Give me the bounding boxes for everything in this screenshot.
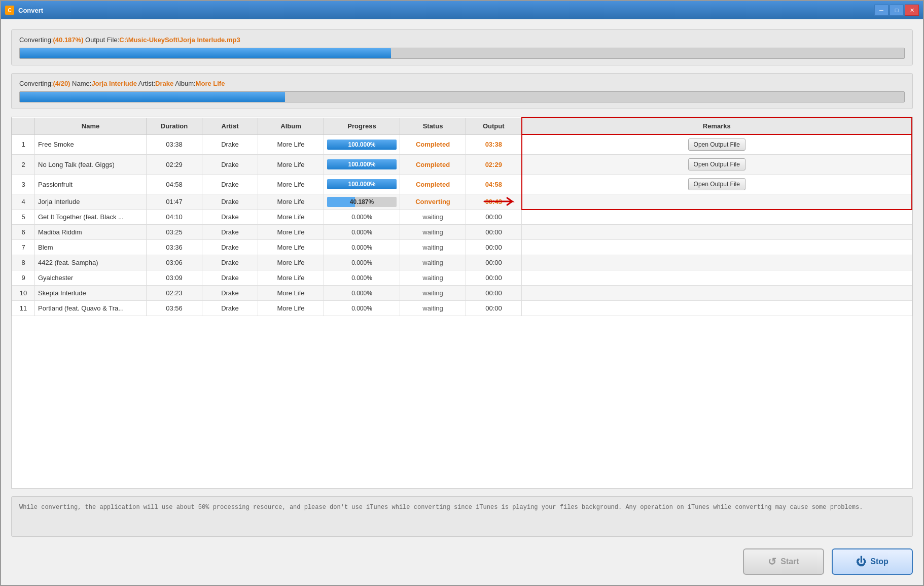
cell-album: More Life (258, 240, 324, 255)
file-percent: (40.187%) (53, 36, 83, 44)
cell-artist: Drake (202, 194, 258, 210)
cell-album: More Life (258, 155, 324, 175)
window-title: Convert (18, 7, 874, 14)
cell-artist: Drake (202, 225, 258, 240)
window-controls: ─ □ ✕ (874, 5, 919, 16)
col-header-duration: Duration (147, 118, 202, 134)
cell-progress: 0.000% (324, 255, 400, 270)
cell-name: Passionfruit (35, 175, 147, 194)
track-table: Name Duration Artist Album Progress Stat… (12, 117, 912, 316)
cell-duration: 03:36 (147, 240, 202, 255)
open-output-file-button[interactable]: Open Output File (688, 158, 745, 170)
cell-remarks: Open Output File (522, 155, 912, 175)
col-header-output: Output (466, 118, 522, 134)
cell-output: 02:29 (466, 155, 522, 175)
file-progress-bar-container (19, 48, 905, 59)
cell-name: Gyalchester (35, 270, 147, 286)
table-row: 2No Long Talk (feat. Giggs)02:29DrakeMor… (12, 155, 912, 175)
cell-remarks (522, 194, 912, 210)
cell-status: waiting (400, 210, 466, 225)
track-album-label: Album: (175, 80, 195, 87)
track-artist: Drake (155, 80, 173, 87)
cell-status: Completed (400, 155, 466, 175)
converting-label: Converting: (19, 36, 53, 44)
cell-duration: 03:09 (147, 270, 202, 286)
stop-icon: ⏻ (856, 556, 866, 568)
cell-duration: 03:25 (147, 225, 202, 240)
start-button[interactable]: ↺ Start (743, 548, 824, 575)
cell-remarks (522, 225, 912, 240)
table-row: 7Blem03:36DrakeMore Life0.000%waiting00:… (12, 240, 912, 255)
start-icon: ↺ (768, 556, 776, 568)
bottom-bar: ↺ Start ⏻ Stop (11, 544, 913, 575)
cell-progress: 40.187% (324, 194, 400, 210)
track-position: (4/20) (53, 80, 70, 87)
cell-num: 8 (12, 255, 35, 270)
cell-num: 11 (12, 301, 35, 316)
cell-output: 03:38 (466, 134, 522, 155)
title-bar: C Convert ─ □ ✕ (1, 1, 923, 19)
cell-duration: 04:58 (147, 175, 202, 194)
col-header-remarks: Remarks (522, 118, 912, 134)
cell-num: 2 (12, 155, 35, 175)
open-output-file-button[interactable]: Open Output File (688, 178, 745, 190)
cell-num: 3 (12, 175, 35, 194)
cell-album: More Life (258, 210, 324, 225)
cell-duration: 03:56 (147, 301, 202, 316)
output-label: Output File: (85, 36, 119, 44)
cell-remarks (522, 255, 912, 270)
cell-status: waiting (400, 270, 466, 286)
open-output-file-button[interactable]: Open Output File (688, 139, 745, 151)
cell-artist: Drake (202, 286, 258, 301)
cell-progress: 100.000% (324, 155, 400, 175)
stop-button[interactable]: ⏻ Stop (832, 548, 913, 575)
file-progress-section: Converting:(40.187%) Output File:C:\Musi… (11, 29, 913, 65)
cell-name: Skepta Interlude (35, 286, 147, 301)
cell-status: waiting (400, 225, 466, 240)
cell-album: More Life (258, 255, 324, 270)
stop-label: Stop (870, 557, 889, 566)
file-output-path: C:\Music-UkeySoft\Jorja Interlude.mp3 (119, 36, 240, 44)
cell-album: More Life (258, 286, 324, 301)
cell-name: No Long Talk (feat. Giggs) (35, 155, 147, 175)
cell-output: 00:00 (466, 240, 522, 255)
cell-remarks: Open Output File (522, 134, 912, 155)
cell-name: 4422 (feat. Sampha) (35, 255, 147, 270)
table-row: 11Portland (feat. Quavo & Tra...03:56Dra… (12, 301, 912, 316)
cell-artist: Drake (202, 255, 258, 270)
cell-progress: 100.000% (324, 175, 400, 194)
cell-progress: 0.000% (324, 286, 400, 301)
col-header-artist: Artist (202, 118, 258, 134)
col-header-progress: Progress (324, 118, 400, 134)
cell-output: 00:00 (466, 225, 522, 240)
cell-output: 00:00 (466, 286, 522, 301)
table-row: 6Madiba Riddim03:25DrakeMore Life0.000%w… (12, 225, 912, 240)
cell-album: More Life (258, 194, 324, 210)
close-button[interactable]: ✕ (905, 5, 919, 16)
cell-remarks: Open Output File (522, 175, 912, 194)
cell-album: More Life (258, 175, 324, 194)
minimize-button[interactable]: ─ (874, 5, 889, 16)
track-status-text: Converting:(4/20) Name:Jorja Interlude A… (19, 80, 905, 87)
cell-album: More Life (258, 270, 324, 286)
file-status-text: Converting:(40.187%) Output File:C:\Musi… (19, 36, 905, 44)
cell-progress: 0.000% (324, 225, 400, 240)
cell-name: Get It Together (feat. Black ... (35, 210, 147, 225)
info-text: While converting, the application will u… (19, 503, 905, 512)
window-body: Converting:(40.187%) Output File:C:\Musi… (1, 19, 923, 585)
cell-album: More Life (258, 225, 324, 240)
cell-progress: 0.000% (324, 270, 400, 286)
track-progress-bar-fill (20, 92, 285, 102)
cell-remarks (522, 286, 912, 301)
cell-remarks (522, 240, 912, 255)
cell-name: Jorja Interlude (35, 194, 147, 210)
table-wrapper[interactable]: Name Duration Artist Album Progress Stat… (12, 117, 912, 488)
table-row: 9Gyalchester03:09DrakeMore Life0.000%wai… (12, 270, 912, 286)
maximize-button[interactable]: □ (890, 5, 904, 16)
cell-num: 10 (12, 286, 35, 301)
track-name: Jorja Interlude (91, 80, 137, 87)
cell-output: 00:00 (466, 301, 522, 316)
track-album: More Life (196, 80, 225, 87)
table-row: 84422 (feat. Sampha)03:06DrakeMore Life0… (12, 255, 912, 270)
cell-progress: 100.000% (324, 134, 400, 155)
